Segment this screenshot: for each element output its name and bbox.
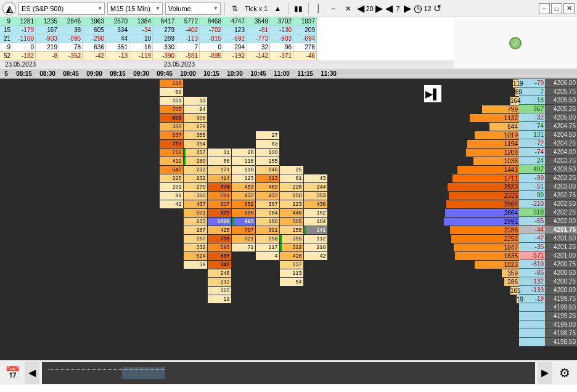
- clock-icon[interactable]: ◷: [414, 2, 422, 14]
- timeline-preview[interactable]: [42, 362, 535, 384]
- heat-cell: 248: [256, 166, 279, 174]
- calendar-icon[interactable]: 📅: [0, 361, 25, 385]
- play-button[interactable]: ▶▌: [424, 85, 441, 102]
- heat-cell: 232: [184, 166, 207, 174]
- price-row[interactable]: 4199.50: [448, 303, 577, 312]
- volume-profile-chart[interactable]: ▶▌ 1186915113705948263063652796373552771…: [0, 79, 448, 360]
- price-row[interactable]: 1132-324205.00: [448, 113, 577, 122]
- heat-cell: 425: [208, 226, 231, 234]
- price-row[interactable]: 2286-444201.75: [448, 226, 577, 234]
- price-row[interactable]: 1835-5714201.00: [448, 251, 577, 260]
- settings-icon[interactable]: ⇅: [229, 2, 241, 15]
- data-cell: 8468: [200, 17, 223, 26]
- data-cell: 351: [106, 43, 129, 52]
- heat-cell: 113: [280, 269, 303, 277]
- separator: [288, 2, 288, 15]
- heat-cell: 712: [160, 149, 183, 157]
- data-cell: 4747: [223, 17, 247, 26]
- timeframe-dropdown[interactable]: M15 (15 Min): [107, 2, 163, 15]
- maximize-button[interactable]: □: [551, 3, 562, 14]
- heat-cell: 428: [280, 252, 303, 260]
- tick-up-icon[interactable]: ▲: [272, 2, 284, 15]
- arrow-left-icon[interactable]: ◀: [385, 2, 393, 14]
- time-label: 10:15: [200, 69, 223, 78]
- price-row[interactable]: 4199.25: [448, 312, 577, 321]
- data-cell: 294: [223, 43, 247, 52]
- minus-icon[interactable]: −: [327, 2, 340, 15]
- chart-type-icon[interactable]: ▮▮: [292, 2, 305, 15]
- heat-cell: 112: [304, 235, 327, 243]
- time-label: 09:00: [83, 69, 106, 78]
- prev-button[interactable]: ◀: [25, 362, 39, 384]
- price-ladder[interactable]: 119-794206.006974205.75164184205.5079936…: [448, 79, 577, 360]
- data-cell: 334: [106, 26, 129, 35]
- heat-cell: 279: [184, 123, 207, 131]
- price-row[interactable]: 164184205.50: [448, 96, 577, 105]
- data-cell: 1235: [36, 17, 59, 26]
- data-cell: -692: [223, 35, 247, 43]
- price-row[interactable]: 2991-654202.00: [448, 217, 577, 226]
- spinner-1[interactable]: ◀ 20 ▶: [357, 2, 383, 14]
- price-row[interactable]: 2335994202.75: [448, 191, 577, 200]
- price-row[interactable]: 1194-724204.25: [448, 139, 577, 148]
- reset-icon[interactable]: ↺: [433, 2, 441, 14]
- data-cell: -81: [247, 26, 270, 35]
- data-cell: -113: [176, 35, 200, 43]
- data-cell: 38: [59, 26, 83, 35]
- price-row[interactable]: 119-794206.00: [448, 79, 577, 88]
- heat-cell: [160, 252, 183, 260]
- price-row[interactable]: 14414074203.50: [448, 165, 577, 174]
- settings-icon[interactable]: ⚙: [552, 361, 577, 385]
- price-row[interactable]: 4199.00: [448, 321, 577, 329]
- data-cell: 44: [106, 35, 129, 43]
- heat-cell: 4: [256, 252, 279, 260]
- price-row[interactable]: 4198.75: [448, 329, 577, 338]
- price-row[interactable]: 1036244203.75: [448, 157, 577, 165]
- close-icon[interactable]: ✕: [342, 2, 354, 15]
- data-cell: 276: [293, 43, 317, 52]
- heat-cell: 151: [160, 97, 183, 105]
- price-row[interactable]: 4198.50: [448, 338, 577, 346]
- next-button[interactable]: ▶: [538, 362, 552, 384]
- minimize-button[interactable]: −: [539, 3, 550, 14]
- price-row[interactable]: 2664-2104202.50: [448, 200, 577, 208]
- heat-cell: [160, 295, 183, 303]
- heat-cell: 355: [184, 131, 207, 139]
- arrow-left-icon[interactable]: ◀: [357, 2, 364, 14]
- price-row[interactable]: 28643184202.25: [448, 208, 577, 217]
- data-cell: 96: [270, 43, 293, 52]
- price-row[interactable]: 10191314204.50: [448, 131, 577, 139]
- price-row[interactable]: 644744204.75: [448, 122, 577, 131]
- volume-dropdown[interactable]: Volume: [165, 2, 221, 15]
- close-button[interactable]: ✕: [563, 3, 575, 14]
- price-row[interactable]: 6974205.75: [448, 88, 577, 96]
- arrow-right-icon[interactable]: ▶: [404, 2, 411, 14]
- spinner-3[interactable]: ◷ 12 ↺: [414, 2, 441, 14]
- data-cell: 9: [0, 43, 12, 52]
- heat-cell: [232, 269, 255, 277]
- heat-cell: 774: [208, 183, 231, 191]
- main-area: ▶▌ 1186915113705948263063652796373552771…: [0, 79, 577, 360]
- arrow-right-icon[interactable]: ▶: [375, 2, 383, 14]
- price-row[interactable]: 1023-3194200.75: [448, 260, 577, 269]
- price-row[interactable]: 2252-424201.50: [448, 234, 577, 243]
- price-row[interactable]: 7993674205.25: [448, 105, 577, 113]
- heat-cell: 267: [184, 226, 207, 234]
- heat-cell: 19: [208, 295, 231, 303]
- spinner-2[interactable]: ◀ 7 ▶: [385, 2, 411, 14]
- heat-cell: 246: [208, 269, 231, 277]
- price-row[interactable]: 1711-994203.25: [448, 174, 577, 182]
- price-row[interactable]: 286-1324200.25: [448, 277, 577, 286]
- symbol-dropdown[interactable]: ES (S&P 500): [18, 2, 105, 15]
- heat-cell: 180: [256, 218, 279, 226]
- price-row[interactable]: 1208-744204.00: [448, 148, 577, 157]
- price-row[interactable]: 165-1334200.00: [448, 286, 577, 295]
- data-cell: -694: [293, 35, 317, 43]
- price-row[interactable]: 19-194199.75: [448, 295, 577, 303]
- price-row[interactable]: 2539-514203.00: [448, 182, 577, 191]
- line-icon[interactable]: │: [313, 2, 325, 15]
- price-row[interactable]: 1847-354201.25: [448, 243, 577, 251]
- price-row[interactable]: 359-854200.50: [448, 269, 577, 277]
- heat-cell: 116: [232, 157, 255, 165]
- data-cell: 16: [129, 43, 153, 52]
